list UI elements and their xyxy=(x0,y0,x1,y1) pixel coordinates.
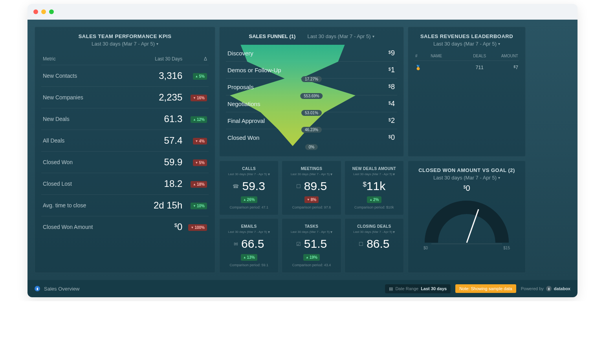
funnel-conversion-pct: 17.27% xyxy=(301,76,322,82)
card-delta: ▼ 8% xyxy=(304,196,319,203)
leaderboard-header-name: NAME xyxy=(431,54,467,58)
card-comparison: Comparison period: 97.6 xyxy=(285,205,337,209)
kpi-value: 2,235 xyxy=(117,92,182,103)
window-titlebar xyxy=(28,4,578,20)
metric-card: CLOSING DEALSLast 30 days (Mar 7 - Apr 5… xyxy=(345,218,404,273)
card-range-selector[interactable]: Last 30 days (Mar 7 - Apr 5)▾ xyxy=(348,172,400,176)
card-title: NEW DEALS AMOUNT xyxy=(348,166,400,171)
kpi-value: 59.9 xyxy=(117,157,182,168)
kpi-value: 2d 15h xyxy=(117,200,182,211)
databox-icon: ▮ xyxy=(546,286,552,291)
card-delta: ▲ 2% xyxy=(367,196,381,203)
funnel-stage-label: Discovery xyxy=(227,50,253,57)
kpi-table-header: Metric Last 30 Days Δ xyxy=(41,56,209,65)
metric-card: CALLSLast 30 days (Mar 7 - Apr 5)▾☎59.3▲… xyxy=(219,161,279,215)
card-range-selector[interactable]: Last 30 days (Mar 7 - Apr 5)▾ xyxy=(285,172,337,176)
kpi-value: 18.2 xyxy=(117,178,182,189)
funnel-conversion-pct: 553.69% xyxy=(300,93,323,99)
funnel-stage-label: Demos or Follow-Up xyxy=(227,67,281,73)
card-icon: ☎ xyxy=(233,183,239,189)
kpi-row: Closed Lost18.2▲ 18% xyxy=(41,173,209,194)
leaderboard-row: 🏅711$7 xyxy=(414,61,519,74)
window-minimize-icon[interactable] xyxy=(41,9,46,14)
card-delta: ▲ 13% xyxy=(241,254,257,261)
dashboard-name[interactable]: Sales Overview xyxy=(44,286,79,292)
leaderboard-amount: $7 xyxy=(492,65,518,70)
kpi-row: New Deals61.3▲ 12% xyxy=(41,108,209,130)
chevron-down-icon: ▾ xyxy=(156,42,158,46)
leaderboard-range-selector[interactable]: Last 30 days (Mar 7 - Apr 5) ▾ xyxy=(414,41,519,47)
gauge-chart: $0 $15 xyxy=(424,198,510,249)
funnel-conversion-pct: 46.23% xyxy=(301,127,322,133)
funnel-conversion-pct: 0% xyxy=(305,144,318,150)
kpi-header-delta: Δ xyxy=(182,56,207,62)
card-range-selector[interactable]: Last 30 days (Mar 7 - Apr 5)▾ xyxy=(348,230,400,234)
leaderboard-header-amount: AMOUNT xyxy=(492,54,518,58)
gauge-value: $0 xyxy=(463,184,470,193)
leaderboard-rows: 🏅711$7 xyxy=(414,61,519,74)
svg-marker-0 xyxy=(240,45,345,62)
kpi-delta: ▼ 16% xyxy=(182,93,207,101)
card-delta: ▲ 26% xyxy=(241,196,257,203)
funnel-chart: Discovery$9Demos or Follow-Up$117.27%Pro… xyxy=(226,45,397,146)
leaderboard-header-deals: DEALS xyxy=(467,54,493,58)
date-range-value: Last 30 days xyxy=(421,286,447,291)
kpi-delta: ▼ 10% xyxy=(182,201,207,209)
leaderboard-deals: 711 xyxy=(467,65,493,70)
kpi-row: New Contacts3,316▲ 5% xyxy=(41,65,209,86)
card-range-selector[interactable]: Last 30 days (Mar 7 - Apr 5)▾ xyxy=(285,230,337,234)
card-title: TASKS xyxy=(285,224,337,229)
card-icon: ☐ xyxy=(359,241,363,247)
powered-by: Powered by ▮ databox xyxy=(521,286,570,291)
gauge-title: CLOSED WON AMOUNT VS GOAL (2) xyxy=(418,167,515,173)
card-value: 66.5 xyxy=(241,237,264,251)
kpi-delta: ▲ 12% xyxy=(182,115,207,123)
funnel-range-selector[interactable]: Last 30 days (Mar 7 - Apr 5) ▾ xyxy=(307,33,374,39)
card-icon: ☐ xyxy=(296,183,301,189)
funnel-stage-value: $9 xyxy=(389,49,395,57)
card-comparison: Comparison period: 59.1 xyxy=(223,263,275,267)
card-value: $11k xyxy=(363,179,385,193)
funnel-stage-value: $8 xyxy=(389,83,395,91)
funnel-range-label: Last 30 days (Mar 7 - Apr 5) xyxy=(307,33,370,39)
gauge-range-selector[interactable]: Last 30 days (Mar 7 - Apr 5) ▾ xyxy=(433,175,500,181)
card-range-selector[interactable]: Last 30 days (Mar 7 - Apr 5)▾ xyxy=(223,230,275,234)
gauge-max-label: $15 xyxy=(503,246,510,250)
kpi-delta: ▲ 5% xyxy=(182,72,207,80)
kpi-value: 3,316 xyxy=(117,70,182,81)
kpi-delta: ▼ 4% xyxy=(182,137,207,145)
leaderboard-title: SALES REVENUES LEADERBOARD xyxy=(414,33,519,39)
funnel-title: SALES FUNNEL (1) xyxy=(249,33,295,39)
kpi-range-selector[interactable]: Last 30 days (Mar 7 - Apr 5) ▾ xyxy=(41,41,209,47)
kpi-range-label: Last 30 days (Mar 7 - Apr 5) xyxy=(92,41,155,47)
brand-name[interactable]: databox xyxy=(554,286,570,291)
funnel-stage-value: $2 xyxy=(389,117,395,125)
leaderboard-header: # NAME DEALS AMOUNT xyxy=(414,54,519,61)
metric-card: MEETINGSLast 30 days (Mar 7 - Apr 5)▾☐89… xyxy=(282,161,341,215)
kpi-metric: All Deals xyxy=(43,137,117,144)
kpi-delta: ▲ 18% xyxy=(182,180,207,188)
card-delta: ▲ 19% xyxy=(303,254,320,261)
date-range-selector[interactable]: ▤ Date Range Last 30 days xyxy=(385,284,451,293)
window-maximize-icon[interactable] xyxy=(49,9,54,14)
dashboard: SALES TEAM PERFORMANCE KPIS Last 30 days… xyxy=(28,20,578,280)
window-close-icon[interactable] xyxy=(33,9,38,14)
chevron-down-icon: ▾ xyxy=(393,230,395,234)
card-comparison: Comparison period: 47.1 xyxy=(223,205,275,209)
chevron-down-icon: ▾ xyxy=(330,230,332,234)
card-comparison: Comparison period: $10k xyxy=(348,205,400,209)
funnel-panel: SALES FUNNEL (1) Last 30 days (Mar 7 - A… xyxy=(219,27,404,157)
kpi-row: Closed Won Amount$0▼ 100% xyxy=(41,216,209,238)
date-range-label: Date Range xyxy=(395,286,418,291)
funnel-conversion-pct: 53.01% xyxy=(301,110,322,116)
card-range-selector[interactable]: Last 30 days (Mar 7 - Apr 5)▾ xyxy=(223,172,275,176)
funnel-stage-label: Negotiations xyxy=(227,101,260,107)
funnel-stage-value: $1 xyxy=(389,66,395,74)
leaderboard-header-rank: # xyxy=(415,54,431,58)
chevron-down-icon: ▾ xyxy=(498,176,500,180)
kpi-metric: New Companies xyxy=(43,94,117,101)
kpi-row: Closed Won59.9▼ 5% xyxy=(41,151,209,173)
metric-card: EMAILSLast 30 days (Mar 7 - Apr 5)▾✉66.5… xyxy=(219,218,279,273)
dashboard-icon: ▮ xyxy=(35,286,40,291)
chevron-down-icon: ▾ xyxy=(393,172,395,176)
